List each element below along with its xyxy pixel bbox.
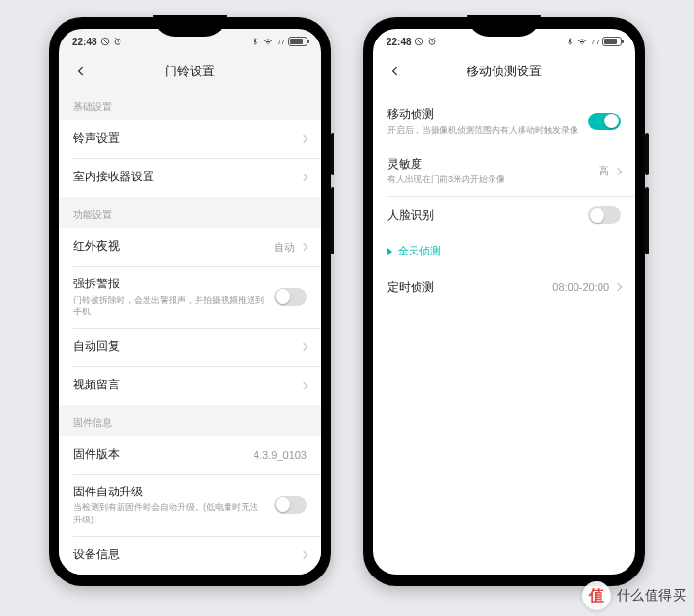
row-motion-detection[interactable]: 移动侦测 开启后，当摄像机侦测范围内有人移动时触发录像 — [373, 96, 635, 147]
row-label: 强拆警报 — [73, 277, 274, 292]
phone-left: 22:48 77 门铃设置 基础设置 — [49, 17, 331, 586]
row-auto-reply[interactable]: 自动回复 — [59, 328, 321, 366]
row-auto-upgrade[interactable]: 固件自动升级 当检测到有新固件时会自动升级。(低电量时无法升级) — [59, 474, 321, 536]
battery-percent: 77 — [591, 38, 600, 46]
group-basic: 铃声设置 室内接收器设置 — [59, 120, 321, 197]
row-label: 室内接收器设置 — [73, 170, 301, 185]
bluetooth-icon — [566, 37, 574, 46]
screen-motion-detection: 22:48 77 移动侦测设置 — [373, 29, 635, 575]
row-label: 设备信息 — [73, 548, 301, 563]
chevron-right-icon — [300, 135, 307, 143]
back-button[interactable] — [70, 61, 92, 82]
tab-all-day-detection[interactable]: 全天侦测 — [373, 234, 635, 268]
section-header-firmware: 固件信息 — [59, 405, 321, 436]
row-face-recognition[interactable]: 人脸识别 — [373, 196, 635, 234]
row-scheduled-detection[interactable]: 定时侦测 08:00-20:00 — [373, 268, 635, 307]
row-value: 高 — [599, 164, 609, 178]
row-label: 视频留言 — [73, 378, 301, 393]
status-time: 22:48 — [72, 37, 97, 47]
battery-percent: 77 — [277, 38, 285, 46]
row-label: 固件自动升级 — [73, 485, 274, 500]
row-label: 自动回复 — [73, 339, 301, 355]
battery-icon — [602, 37, 622, 46]
header: 门铃设置 — [59, 54, 321, 89]
chevron-right-icon — [614, 167, 622, 174]
row-tamper-alarm[interactable]: 强拆警报 门铃被拆除时，会发出警报声，并拍摄视频推送到手机 — [59, 266, 321, 328]
row-label: 铃声设置 — [73, 131, 301, 147]
page-title: 移动侦测设置 — [373, 63, 635, 80]
page-title: 门铃设置 — [59, 63, 321, 80]
section-header-features: 功能设置 — [59, 197, 321, 228]
row-value: 4.3.9_0103 — [254, 449, 307, 461]
chevron-right-icon — [300, 174, 307, 181]
tamper-alarm-toggle[interactable] — [274, 288, 307, 306]
group-firmware: 固件版本 4.3.9_0103 固件自动升级 当检测到有新固件时会自动升级。(低… — [59, 436, 321, 575]
row-label: 定时侦测 — [387, 281, 552, 296]
wifi-icon — [576, 37, 588, 46]
row-indoor-receiver[interactable]: 室内接收器设置 — [59, 158, 321, 197]
notch — [153, 15, 227, 37]
section-header-basic: 基础设置 — [59, 89, 321, 120]
notch — [467, 15, 541, 37]
row-sub: 门铃被拆除时，会发出警报声，并拍摄视频推送到手机 — [73, 294, 274, 317]
watermark-badge: 值 — [582, 581, 611, 610]
row-value: 08:00-20:00 — [552, 281, 609, 293]
dnd-icon — [414, 37, 424, 46]
row-ringtone-settings[interactable]: 铃声设置 — [59, 120, 321, 158]
row-sub: 开启后，当摄像机侦测范围内有人移动时触发录像 — [387, 124, 588, 136]
triangle-right-icon — [387, 248, 392, 255]
row-sensitivity[interactable]: 灵敏度 有人出现在门前3米内开始录像 高 — [373, 147, 635, 197]
row-label: 红外夜视 — [73, 239, 274, 254]
row-firmware-version[interactable]: 固件版本 4.3.9_0103 — [59, 436, 321, 474]
back-button[interactable] — [385, 61, 406, 82]
auto-upgrade-toggle[interactable] — [274, 496, 307, 514]
chevron-right-icon — [300, 343, 307, 351]
row-label: 移动侦测 — [387, 107, 588, 122]
dnd-icon — [100, 37, 110, 46]
face-recognition-toggle[interactable] — [588, 206, 621, 224]
bluetooth-icon — [252, 37, 259, 46]
chevron-right-icon — [300, 243, 307, 251]
alarm-icon — [427, 37, 437, 46]
phone-right: 22:48 77 移动侦测设置 — [363, 17, 645, 586]
group-features: 红外夜视 自动 强拆警报 门铃被拆除时，会发出警报声，并拍摄视频推送到手机 自动… — [59, 228, 321, 405]
chevron-right-icon — [300, 382, 307, 389]
row-device-info[interactable]: 设备信息 — [59, 536, 321, 575]
row-value: 自动 — [274, 240, 295, 254]
watermark: 值 什么值得买 — [582, 581, 687, 610]
wifi-icon — [262, 37, 274, 46]
status-time: 22:48 — [387, 37, 412, 47]
row-label: 灵敏度 — [387, 157, 599, 173]
chevron-right-icon — [614, 283, 622, 291]
row-ir-night-vision[interactable]: 红外夜视 自动 — [59, 228, 321, 266]
row-sub: 当检测到有新固件时会自动升级。(低电量时无法升级) — [73, 501, 274, 524]
alarm-icon — [113, 37, 122, 46]
battery-icon — [288, 37, 307, 46]
group-schedule: 定时侦测 08:00-20:00 — [373, 268, 635, 307]
row-label: 人脸识别 — [387, 208, 588, 224]
row-video-message[interactable]: 视频留言 — [59, 366, 321, 405]
row-sub: 有人出现在门前3米内开始录像 — [387, 174, 599, 185]
row-label: 固件版本 — [73, 447, 254, 463]
chevron-right-icon — [300, 551, 307, 559]
header: 移动侦测设置 — [373, 54, 635, 89]
watermark-text: 什么值得买 — [617, 587, 687, 604]
screen-doorbell-settings: 22:48 77 门铃设置 基础设置 — [59, 29, 321, 575]
tab-label: 全天侦测 — [398, 244, 440, 258]
motion-detection-toggle[interactable] — [588, 113, 621, 130]
group-motion: 移动侦测 开启后，当摄像机侦测范围内有人移动时触发录像 灵敏度 有人出现在门前3… — [373, 96, 635, 234]
